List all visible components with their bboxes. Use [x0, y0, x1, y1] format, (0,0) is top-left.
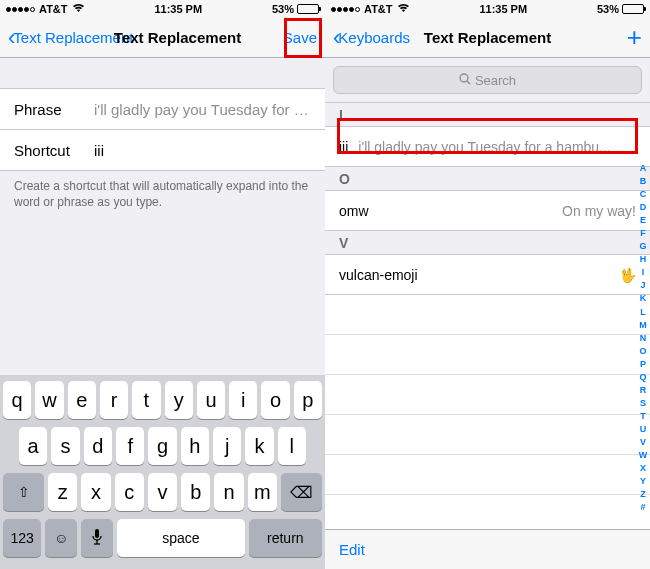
key-j[interactable]: j — [213, 427, 241, 465]
section-header-o: O — [325, 167, 650, 191]
status-bar: AT&T 11:35 PM 53% — [325, 0, 650, 18]
index-letter[interactable]: I — [642, 266, 645, 279]
empty-row — [325, 295, 650, 335]
key-a[interactable]: a — [19, 427, 47, 465]
mic-icon — [91, 528, 103, 549]
key-l[interactable]: l — [278, 427, 306, 465]
index-letter[interactable]: O — [639, 345, 646, 358]
screen-add-replacement: AT&T 11:35 PM 53% ‹ Text Replacement Tex… — [0, 0, 325, 569]
svg-point-3 — [460, 74, 468, 82]
key-mic[interactable] — [81, 519, 113, 557]
svg-line-4 — [467, 81, 470, 84]
list-item-vulcan[interactable]: vulcan-emoji 🖖 — [325, 255, 650, 295]
back-label: Text Replacement — [13, 29, 133, 46]
key-c[interactable]: c — [115, 473, 144, 511]
key-p[interactable]: p — [294, 381, 322, 419]
carrier-label: AT&T — [39, 3, 68, 15]
index-letter[interactable]: A — [640, 162, 647, 175]
carrier-label: AT&T — [364, 3, 393, 15]
edit-button[interactable]: Edit — [339, 541, 365, 558]
index-letter[interactable]: Y — [640, 475, 646, 488]
keyboard[interactable]: q w e r t y u i o p a s d f g h j k l ⇧ … — [0, 375, 325, 569]
key-d[interactable]: d — [84, 427, 112, 465]
signal-dots-icon — [6, 7, 35, 12]
index-letter[interactable]: Q — [639, 371, 646, 384]
key-s[interactable]: s — [51, 427, 79, 465]
key-h[interactable]: h — [181, 427, 209, 465]
index-letter[interactable]: V — [640, 436, 646, 449]
section-header-i: I — [325, 103, 650, 127]
key-emoji[interactable]: ☺ — [45, 519, 77, 557]
key-z[interactable]: z — [48, 473, 77, 511]
key-i[interactable]: i — [229, 381, 257, 419]
key-space[interactable]: space — [117, 519, 245, 557]
key-backspace[interactable]: ⌫ — [281, 473, 322, 511]
shortcut-row[interactable]: Shortcut iii — [0, 129, 325, 171]
index-letter[interactable]: E — [640, 214, 646, 227]
nav-bar: ‹ Keyboards Text Replacement + — [325, 18, 650, 58]
key-b[interactable]: b — [181, 473, 210, 511]
index-letter[interactable]: Z — [640, 488, 646, 501]
key-o[interactable]: o — [261, 381, 289, 419]
key-w[interactable]: w — [35, 381, 63, 419]
key-shift[interactable]: ⇧ — [3, 473, 44, 511]
phrase-text: 🖖 — [428, 267, 636, 283]
key-g[interactable]: g — [148, 427, 176, 465]
index-letter[interactable]: S — [640, 397, 646, 410]
key-k[interactable]: k — [245, 427, 273, 465]
index-letter[interactable]: J — [640, 279, 645, 292]
key-q[interactable]: q — [3, 381, 31, 419]
back-button[interactable]: ‹ Keyboards — [333, 27, 410, 49]
index-letter[interactable]: W — [639, 449, 648, 462]
key-e[interactable]: e — [68, 381, 96, 419]
key-n[interactable]: n — [214, 473, 243, 511]
key-m[interactable]: m — [248, 473, 277, 511]
index-letter[interactable]: H — [640, 253, 647, 266]
key-u[interactable]: u — [197, 381, 225, 419]
key-x[interactable]: x — [81, 473, 110, 511]
empty-row — [325, 415, 650, 455]
index-letter[interactable]: # — [640, 501, 645, 514]
search-input[interactable]: Search — [333, 66, 642, 94]
key-return[interactable]: return — [249, 519, 322, 557]
add-button[interactable]: + — [627, 22, 642, 53]
index-letter[interactable]: U — [640, 423, 647, 436]
save-button[interactable]: Save — [283, 29, 317, 46]
index-letter[interactable]: R — [640, 384, 647, 397]
index-letter[interactable]: C — [640, 188, 647, 201]
phrase-label: Phrase — [14, 101, 94, 118]
key-y[interactable]: y — [165, 381, 193, 419]
clock: 11:35 PM — [154, 3, 202, 15]
index-letter[interactable]: F — [640, 227, 646, 240]
index-letter[interactable]: L — [640, 306, 646, 319]
index-letter[interactable]: T — [640, 410, 646, 423]
phrase-value: i'll gladly pay you Tuesday for a ham... — [94, 101, 311, 118]
clock: 11:35 PM — [479, 3, 527, 15]
back-button[interactable]: ‹ Text Replacement — [8, 27, 133, 49]
index-letter[interactable]: K — [640, 292, 647, 305]
empty-row — [325, 375, 650, 415]
footer-hint: Create a shortcut that will automaticall… — [0, 170, 325, 218]
index-letter[interactable]: B — [640, 175, 647, 188]
key-numbers[interactable]: 123 — [3, 519, 41, 557]
shortcut-text: iii — [339, 139, 348, 155]
index-bar[interactable]: ABCDEFGHIJKLMNOPQRSTUVWXYZ# — [637, 162, 649, 514]
key-t[interactable]: t — [132, 381, 160, 419]
battery-icon — [622, 4, 644, 14]
index-letter[interactable]: X — [640, 462, 646, 475]
empty-row — [325, 335, 650, 375]
index-letter[interactable]: M — [639, 319, 647, 332]
index-letter[interactable]: G — [639, 240, 646, 253]
shortcut-text: vulcan-emoji — [339, 267, 418, 283]
empty-row — [325, 455, 650, 495]
key-f[interactable]: f — [116, 427, 144, 465]
search-wrap: Search — [325, 58, 650, 103]
key-v[interactable]: v — [148, 473, 177, 511]
key-r[interactable]: r — [100, 381, 128, 419]
index-letter[interactable]: N — [640, 332, 647, 345]
list-item-omw[interactable]: omw On my way! — [325, 191, 650, 231]
index-letter[interactable]: P — [640, 358, 646, 371]
list-item-iii[interactable]: iii i'll gladly pay you Tuesday for a ha… — [325, 127, 650, 167]
phrase-row[interactable]: Phrase i'll gladly pay you Tuesday for a… — [0, 88, 325, 130]
index-letter[interactable]: D — [640, 201, 647, 214]
